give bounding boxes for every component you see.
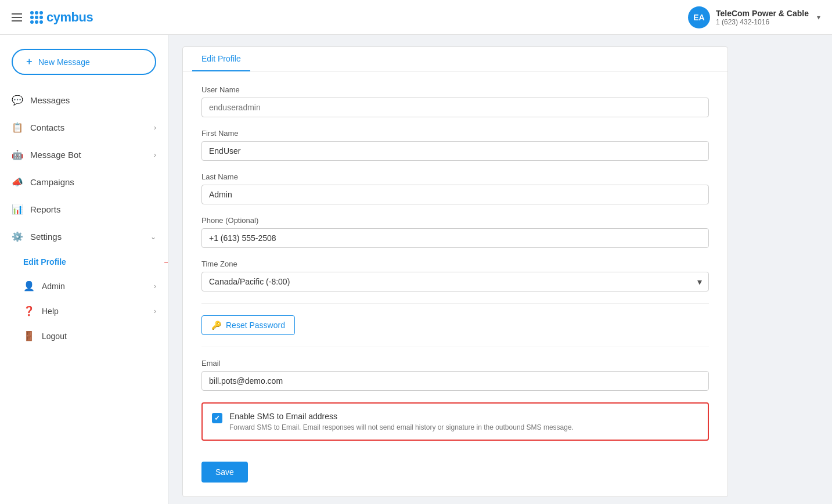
company-info: TeleCom Power & Cable 1 (623) 432-1016 xyxy=(716,9,809,26)
sidebar-item-reports[interactable]: 📊 Reports xyxy=(0,196,168,223)
sidebar-item-settings[interactable]: ⚙️ Settings ⌄ xyxy=(0,223,168,250)
sms-email-title: Enable SMS to Email address xyxy=(229,412,574,421)
reset-password-label: Reset Password xyxy=(226,321,285,330)
company-name: TeleCom Power & Cable xyxy=(716,9,809,18)
sidebar-item-label: Messages xyxy=(30,95,70,105)
sidebar-item-messages[interactable]: 💬 Messages xyxy=(0,87,168,114)
firstname-label: First Name xyxy=(201,129,709,138)
save-button[interactable]: Save xyxy=(201,462,248,483)
sms-email-group: Enable SMS to Email address Forward SMS … xyxy=(201,402,709,441)
admin-label: Admin xyxy=(42,282,65,291)
sidebar-item-label: Contacts xyxy=(30,123,64,132)
plus-icon: ＋ xyxy=(24,56,34,68)
lastname-input[interactable] xyxy=(201,185,709,204)
sidebar-item-help[interactable]: ❓ Help › xyxy=(0,298,168,323)
help-label: Help xyxy=(42,307,59,316)
header-left: cymbus xyxy=(12,10,93,25)
form-divider-2 xyxy=(201,347,709,347)
firstname-group: First Name xyxy=(201,129,709,161)
logout-icon: 🚪 xyxy=(23,330,35,341)
edit-profile-label: Edit Profile xyxy=(23,257,66,267)
reset-password-button[interactable]: 🔑 Reset Password xyxy=(201,315,295,335)
phone-input[interactable] xyxy=(201,228,709,248)
content-area: Edit Profile User Name First Name Last N… xyxy=(168,35,832,504)
sms-email-checkbox[interactable] xyxy=(212,413,222,423)
username-input[interactable] xyxy=(201,98,709,117)
sms-email-box: Enable SMS to Email address Forward SMS … xyxy=(201,402,709,441)
sidebar-item-label: Settings xyxy=(30,232,62,242)
logout-label: Logout xyxy=(42,332,67,341)
bot-icon: 🤖 xyxy=(12,149,23,160)
reports-icon: 📊 xyxy=(12,204,23,215)
campaigns-icon: 📣 xyxy=(12,177,23,188)
form-divider xyxy=(201,303,709,304)
lastname-group: Last Name xyxy=(201,172,709,204)
chevron-down-icon: ⌄ xyxy=(150,233,156,241)
sidebar-item-campaigns[interactable]: 📣 Campaigns xyxy=(0,168,168,196)
tab-edit-profile[interactable]: Edit Profile xyxy=(192,47,250,71)
sidebar: ＋ New Message 💬 Messages 📋 Contacts › 🤖 … xyxy=(0,35,168,504)
timezone-label: Time Zone xyxy=(201,260,709,268)
sidebar-item-contacts[interactable]: 📋 Contacts › xyxy=(0,114,168,141)
logo: cymbus xyxy=(30,10,93,25)
header-right[interactable]: EA TeleCom Power & Cable 1 (623) 432-101… xyxy=(688,6,820,28)
logo-dots-icon xyxy=(30,11,43,24)
app-header: cymbus EA TeleCom Power & Cable 1 (623) … xyxy=(0,0,832,35)
sidebar-item-label: Campaigns xyxy=(30,177,74,187)
email-label: Email xyxy=(201,359,709,368)
sidebar-item-logout[interactable]: 🚪 Logout xyxy=(0,323,168,348)
main-layout: ＋ New Message 💬 Messages 📋 Contacts › 🤖 … xyxy=(0,35,832,504)
company-phone: 1 (623) 432-1016 xyxy=(716,18,809,26)
messages-icon: 💬 xyxy=(12,95,23,106)
key-icon: 🔑 xyxy=(211,321,221,330)
phone-label: Phone (Optional) xyxy=(201,216,709,225)
help-icon: ❓ xyxy=(23,305,35,316)
settings-icon: ⚙️ xyxy=(12,231,23,242)
sidebar-item-label: Reports xyxy=(30,204,61,214)
username-group: User Name xyxy=(201,85,709,117)
sms-email-desc: Forward SMS to Email. Email responses wi… xyxy=(229,423,574,431)
admin-icon: 👤 xyxy=(23,280,35,291)
chevron-right-icon: › xyxy=(154,124,156,132)
contacts-icon: 📋 xyxy=(12,122,23,133)
sidebar-item-message-bot[interactable]: 🤖 Message Bot › xyxy=(0,141,168,168)
timezone-select-wrapper: Canada/Pacific (-8:00) America/New_York … xyxy=(201,272,709,291)
new-message-button[interactable]: ＋ New Message xyxy=(12,49,156,75)
content-card: Edit Profile User Name First Name Last N… xyxy=(182,46,728,497)
chevron-right-icon: › xyxy=(154,307,156,315)
chevron-right-icon: › xyxy=(154,151,156,159)
sidebar-item-label: Message Bot xyxy=(30,150,81,160)
username-label: User Name xyxy=(201,85,709,94)
sidebar-nav: 💬 Messages 📋 Contacts › 🤖 Message Bot › … xyxy=(0,87,168,348)
timezone-group: Time Zone Canada/Pacific (-8:00) America… xyxy=(201,260,709,291)
company-dropdown-icon[interactable]: ▾ xyxy=(817,13,820,21)
email-input[interactable] xyxy=(201,371,709,391)
avatar: EA xyxy=(688,6,710,28)
hamburger-icon[interactable] xyxy=(12,13,22,21)
red-arrow-indicator: → xyxy=(162,255,168,269)
form-body: User Name First Name Last Name Phone (Op… xyxy=(183,71,727,496)
reset-password-group: 🔑 Reset Password xyxy=(201,315,709,335)
tab-bar: Edit Profile xyxy=(183,47,727,71)
new-message-label: New Message xyxy=(38,57,90,67)
timezone-select[interactable]: Canada/Pacific (-8:00) America/New_York … xyxy=(201,272,709,291)
firstname-input[interactable] xyxy=(201,141,709,161)
sms-email-text: Enable SMS to Email address Forward SMS … xyxy=(229,412,574,431)
sidebar-item-admin[interactable]: 👤 Admin › xyxy=(0,273,168,298)
phone-group: Phone (Optional) xyxy=(201,216,709,248)
sidebar-item-edit-profile[interactable]: Edit Profile → xyxy=(0,250,168,273)
chevron-right-icon: › xyxy=(154,282,156,290)
logo-text: cymbus xyxy=(46,10,93,25)
lastname-label: Last Name xyxy=(201,172,709,181)
email-group: Email xyxy=(201,359,709,391)
